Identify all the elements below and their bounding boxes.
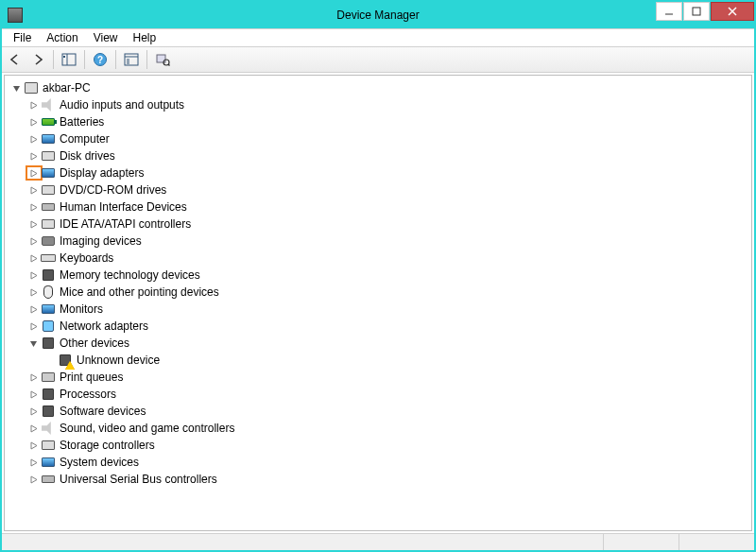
menu-action[interactable]: Action	[39, 29, 85, 46]
menu-help[interactable]: Help	[126, 29, 164, 46]
expand-icon[interactable]	[27, 133, 39, 145]
warning-overlay-icon	[65, 361, 75, 370]
menubar: File Action View Help	[2, 28, 754, 47]
expand-icon[interactable]	[27, 320, 39, 332]
tree-item-label: Batteries	[60, 115, 108, 129]
close-button[interactable]	[711, 2, 754, 21]
tree-item[interactable]: Processors	[27, 386, 746, 403]
tree-item[interactable]: Other devices	[27, 335, 746, 352]
printer-icon	[41, 370, 56, 385]
tree-item[interactable]: DVD/CD-ROM drives	[27, 181, 746, 198]
toolbar-separator	[53, 50, 54, 69]
expand-icon[interactable]	[27, 184, 39, 196]
tree-item[interactable]: System devices	[27, 454, 746, 471]
svg-line-13	[168, 64, 170, 66]
cam-icon	[41, 233, 56, 249]
chip-icon	[41, 267, 56, 283]
expand-icon[interactable]	[27, 116, 39, 128]
kb-icon	[41, 250, 56, 266]
svg-text:?: ?	[97, 55, 103, 65]
tree-item[interactable]: Batteries	[27, 113, 746, 130]
tree-item[interactable]: Computer	[27, 130, 746, 147]
expand-icon[interactable]	[27, 474, 39, 485]
tree-item[interactable]: Memory technology devices	[27, 267, 746, 284]
help-button[interactable]: ?	[90, 49, 111, 70]
collapse-icon[interactable]	[10, 82, 22, 94]
expand-icon[interactable]	[27, 201, 39, 213]
expand-icon[interactable]	[27, 252, 39, 264]
monitor-icon	[41, 165, 56, 181]
tree-item-label: Disk drives	[60, 149, 119, 163]
usb-icon	[41, 472, 56, 487]
expand-icon[interactable]	[27, 440, 39, 451]
toolbar-separator	[115, 50, 116, 69]
tree-item[interactable]: Disk drives	[27, 147, 746, 164]
chip-icon	[41, 387, 56, 402]
monitor-icon	[41, 131, 56, 147]
expand-icon[interactable]	[27, 99, 39, 111]
tree-item[interactable]: Human Interface Devices	[27, 198, 746, 216]
monitor-icon	[41, 455, 56, 470]
toolbar-separator	[84, 50, 85, 69]
tree-item-label: Monitors	[60, 302, 107, 316]
expand-icon[interactable]	[27, 167, 39, 179]
tree-item[interactable]: Keyboards	[27, 250, 746, 267]
window-controls	[655, 2, 754, 28]
expand-icon[interactable]	[27, 303, 39, 315]
expand-icon[interactable]	[27, 286, 39, 298]
tree-item-label: Universal Serial Bus controllers	[60, 473, 221, 486]
expand-icon[interactable]	[27, 269, 39, 281]
back-button[interactable]	[5, 49, 26, 70]
tree-item-label: Storage controllers	[60, 439, 159, 452]
collapse-icon[interactable]	[27, 337, 39, 349]
titlebar: Device Manager	[2, 2, 754, 28]
expand-icon[interactable]	[27, 235, 39, 247]
toolbar-separator	[146, 50, 147, 69]
expand-icon[interactable]	[27, 423, 39, 434]
tree-item-label: Software devices	[60, 405, 149, 418]
tree-item-label: Imaging devices	[60, 234, 146, 248]
tree-item[interactable]: Display adapters	[27, 164, 746, 181]
tree-item-label: Mice and other pointing devices	[60, 285, 223, 299]
minimize-button[interactable]	[656, 2, 682, 21]
statusbar-cell	[2, 534, 603, 550]
tree-item[interactable]: IDE ATA/ATAPI controllers	[27, 216, 746, 233]
show-hide-tree-button[interactable]	[59, 49, 79, 70]
tree-item-label: Audio inputs and outputs	[60, 98, 188, 112]
expand-icon[interactable]	[27, 405, 39, 417]
tree-item-label: Human Interface Devices	[60, 200, 191, 214]
expand-icon[interactable]	[27, 371, 39, 383]
chip-icon	[41, 404, 56, 419]
tree-item-label: Network adapters	[60, 319, 152, 333]
tree-item[interactable]: Monitors	[27, 301, 746, 318]
tree-item[interactable]: Network adapters	[27, 318, 746, 335]
device-tree-panel[interactable]: akbar-PCAudio inputs and outputsBatterie…	[4, 75, 752, 531]
svg-rect-1	[693, 8, 700, 15]
tree-item[interactable]: Software devices	[27, 403, 746, 420]
tree-item[interactable]: Sound, video and game controllers	[27, 420, 746, 437]
tree-item[interactable]: Mice and other pointing devices	[27, 284, 746, 301]
svg-rect-4	[62, 54, 76, 65]
disk-icon	[41, 438, 56, 453]
disk-icon	[41, 216, 56, 232]
tree-item[interactable]: Storage controllers	[27, 437, 746, 454]
properties-button[interactable]	[121, 49, 142, 70]
tree-item[interactable]: Unknown device	[44, 352, 746, 369]
maximize-button[interactable]	[683, 2, 710, 21]
expand-icon[interactable]	[27, 388, 39, 400]
expand-icon[interactable]	[27, 150, 39, 162]
expand-icon[interactable]	[27, 218, 39, 230]
tree-item[interactable]: Audio inputs and outputs	[27, 96, 746, 113]
tree-item-label: Sound, video and game controllers	[60, 422, 238, 435]
tree-item[interactable]: Imaging devices	[27, 233, 746, 250]
tree-item-label: Computer	[60, 132, 113, 146]
forward-button[interactable]	[27, 49, 48, 70]
disk-icon	[41, 148, 56, 164]
scan-hardware-button[interactable]	[152, 49, 173, 70]
menu-file[interactable]: File	[6, 29, 39, 46]
tree-root-item[interactable]: akbar-PC	[10, 79, 746, 96]
menu-view[interactable]: View	[86, 29, 126, 46]
tree-item[interactable]: Universal Serial Bus controllers	[27, 471, 746, 488]
tree-item[interactable]: Print queues	[27, 369, 746, 386]
expand-icon[interactable]	[27, 457, 39, 468]
